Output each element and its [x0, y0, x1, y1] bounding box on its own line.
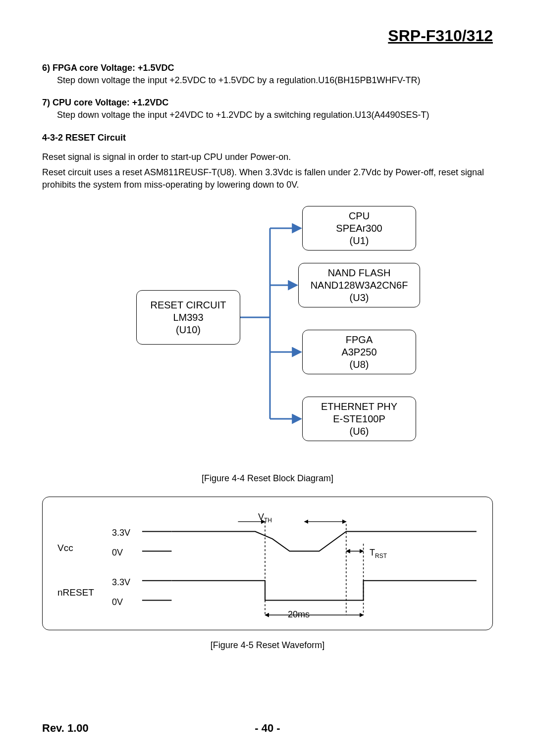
reset-block-diagram: RESET CIRCUIT LM393 (U10) CPU SPEAr300 (… [104, 201, 431, 463]
level-nreset-high: 3.3V [112, 576, 130, 589]
signal-name-nreset: nRESET [57, 586, 94, 600]
vth-sub: TH [264, 517, 272, 524]
level-vcc-high: 3.3V [112, 527, 130, 539]
block-line: NAND128W3A2CN6F [311, 279, 408, 292]
block-line: ETHERNET PHY [321, 401, 397, 413]
block-cpu: CPU SPEAr300 (U1) [302, 206, 416, 251]
section-7-body: Step down voltage the input +24VDC to +1… [42, 109, 493, 121]
figure-4-4-caption: [Figure 4-4 Reset Block Diagram] [42, 472, 493, 485]
reset-paragraph-1: Reset signal is signal in order to start… [42, 151, 493, 163]
block-line: NAND FLASH [328, 267, 391, 279]
label-20ms: 20ms [288, 608, 310, 621]
level-nreset-low: 0V [112, 596, 123, 608]
reset-waveform-figure: Vcc nRESET 3.3V 0V 3.3V 0V VTH TRST 20ms [42, 497, 493, 630]
block-line: CPU [349, 210, 370, 222]
block-reset-circuit: RESET CIRCUIT LM393 (U10) [136, 290, 240, 345]
block-line: RESET CIRCUIT [151, 299, 226, 311]
signal-name-vcc: Vcc [57, 542, 73, 555]
trst-sub: RST [375, 553, 387, 559]
block-line: (U1) [350, 235, 369, 247]
block-line: A3P250 [341, 346, 376, 358]
block-line: LM393 [173, 311, 203, 324]
vth-text: V [258, 512, 264, 522]
block-line: (U10) [176, 324, 201, 336]
document-model-header: SRP-F310/312 [42, 25, 493, 47]
trst-text: T [370, 548, 375, 557]
section-7-title: 7) CPU core Voltage: +1.2VDC [42, 97, 493, 109]
block-line: FPGA [346, 334, 373, 346]
block-line: SPEAr300 [336, 222, 382, 235]
figure-4-5-caption: [Figure 4-5 Reset Waveform] [42, 639, 493, 652]
section-6-title: 6) FPGA core Voltage: +1.5VDC [42, 62, 493, 74]
page-footer: Rev. 1.00 - 40 - [42, 721, 493, 736]
section-6-body: Step down voltage the input +2.5VDC to +… [42, 74, 493, 87]
block-ethernet-phy: ETHERNET PHY E-STE100P (U6) [302, 397, 416, 441]
footer-page-number: - 40 - [255, 721, 280, 736]
block-line: (U3) [350, 292, 369, 304]
reset-paragraph-2: Reset circuit uses a reset ASM811REUSF-T… [42, 166, 493, 191]
block-line: E-STE100P [333, 413, 385, 425]
block-line: (U6) [350, 425, 369, 438]
label-vth: VTH [258, 511, 272, 524]
block-nand-flash: NAND FLASH NAND128W3A2CN6F (U3) [298, 263, 420, 307]
label-trst: TRST [370, 547, 387, 560]
section-4-3-2-title: 4-3-2 RESET Circuit [42, 132, 493, 144]
block-line: (U8) [350, 358, 369, 371]
level-vcc-low: 0V [112, 547, 123, 559]
footer-revision: Rev. 1.00 [42, 721, 89, 736]
block-fpga: FPGA A3P250 (U8) [302, 330, 416, 374]
